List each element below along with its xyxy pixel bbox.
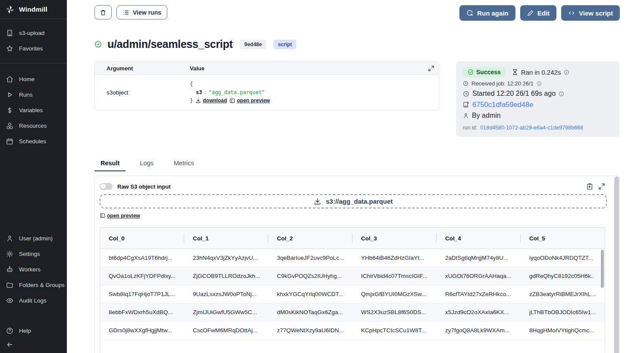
run-duration: Ran in 0.242s	[512, 69, 561, 76]
folder-icon	[6, 281, 13, 289]
sidebar-item-help[interactable]: Help	[0, 323, 67, 338]
view-script-button[interactable]: View script	[561, 5, 620, 21]
argument-column-header: Argument	[95, 65, 190, 72]
sidebar-item-runs[interactable]: Runs	[0, 87, 67, 102]
table-cell: Swb8Iq17FqHjoT7P1JL...	[100, 285, 184, 303]
column-header: Col_4	[437, 228, 521, 249]
argument-name: s3object	[95, 80, 190, 105]
hash-badge: 9ed48e	[240, 40, 266, 49]
sidebar-item-label: Favorites	[19, 45, 43, 52]
check-circle-icon	[468, 69, 474, 75]
info-icon[interactable]	[537, 81, 542, 86]
table-scrollbar[interactable]	[601, 250, 604, 288]
sidebar-item-label: Schedules	[19, 138, 46, 145]
table-cell: x5Jzd9cO2oXAxIa6KX...	[437, 303, 521, 321]
sidebar-item-s3-upload[interactable]: s3-upload	[0, 25, 67, 41]
arguments-table: Argument Value s3object { s3:"agg_data.p…	[94, 61, 439, 110]
column-header: Col_2	[268, 228, 352, 249]
sidebar-item-home[interactable]: Home	[0, 71, 67, 87]
open-preview-link[interactable]: open preview	[100, 213, 140, 219]
sidebar-item-audit-logs[interactable]: Audit Logs	[0, 293, 67, 308]
hourglass-icon	[512, 69, 518, 75]
clock-icon	[463, 91, 469, 97]
sidebar-item-label: s3-upload	[19, 30, 44, 36]
view-runs-button[interactable]: View runs	[116, 5, 167, 19]
edit-label: Edit	[537, 9, 550, 17]
download-icon	[195, 98, 201, 104]
tab-logs[interactable]: Logs	[134, 160, 159, 171]
s3-file-download-button[interactable]: s3://agg_data.parquet	[100, 194, 607, 208]
sidebar-item-label: Settings	[19, 251, 40, 257]
list-icon	[123, 9, 129, 16]
clock-icon	[463, 81, 468, 86]
tab-metrics[interactable]: Metrics	[168, 160, 200, 171]
table-row: GDrs0j8wXXgfHgjjMtw... CscOFwM6MRqDOttAj…	[100, 321, 605, 340]
received-job-text: Received job: 12:20 26/1	[471, 80, 534, 87]
table-cell: ZjGCOB9TLLROdzoJkh...	[184, 267, 268, 285]
building-icon	[6, 29, 13, 37]
copy-result-icon[interactable]	[586, 183, 593, 190]
sidebar-item-favorites[interactable]: Favorites	[0, 41, 67, 56]
status-badge: Success	[463, 67, 506, 77]
job-hash-link[interactable]: 6750c1dfa59ed48e	[472, 101, 533, 109]
edit-button[interactable]: Edit	[520, 5, 556, 21]
table-header-row: Col_0 Col_1 Col_2 Col_3 Col_4 Col_5	[100, 228, 605, 249]
result-panel-scrollbar[interactable]	[614, 176, 619, 353]
raw-s3-toggle-label: Raw S3 object input	[117, 183, 171, 190]
table-cell: zZB3eatyrRiBMEJrXIhL...	[521, 285, 605, 303]
table-cell: 9UazLsxzsJW0oPToNj...	[184, 285, 268, 303]
run-id-link[interactable]: 018d4580-1072-ab29-e6a4-c1de9798b668	[480, 125, 583, 131]
sidebar: Windmill s3-upload Favorites	[0, 0, 67, 353]
sidebar-item-label: Variables	[19, 107, 43, 113]
calendar-icon	[6, 138, 13, 145]
info-icon[interactable]	[559, 91, 564, 97]
sidebar-item-variables[interactable]: Variables	[0, 102, 67, 118]
user-icon	[463, 113, 469, 119]
table-cell: xUGOt76ORGrAAHaqa...	[437, 267, 521, 285]
home-icon	[6, 76, 13, 83]
column-header: Col_1	[184, 228, 268, 249]
sidebar-item-schedules[interactable]: Schedules	[0, 133, 67, 149]
brand[interactable]: Windmill	[0, 0, 67, 19]
argument-row: s3object { s3:"agg_data.parquet" } downl…	[95, 75, 439, 110]
sidebar-item-workers[interactable]: Workers	[0, 262, 67, 277]
table-cell: GDrs0j8wXXgfHgjjMtw...	[100, 321, 184, 339]
json-key: s3	[196, 89, 202, 95]
table-cell: iyqoODoNk4JRDQTZT...	[521, 249, 605, 267]
robot-icon	[6, 266, 13, 273]
run-again-label: Run again	[477, 9, 509, 17]
expand-result-icon[interactable]	[598, 183, 605, 190]
sidebar-item-user[interactable]: User (admin)	[0, 230, 67, 246]
download-link[interactable]: download	[195, 97, 227, 105]
table-cell: R6cfTAYtd27xZeRHkco...	[437, 285, 521, 303]
table-cell: YHb64iB46ZdHzGIaYt...	[352, 249, 437, 267]
expand-args-icon[interactable]	[423, 65, 439, 72]
collapse-sidebar-icon[interactable]	[6, 341, 13, 348]
brand-name: Windmill	[19, 6, 47, 13]
info-icon[interactable]	[564, 69, 569, 75]
table-row: Swb8Iq17FqHjoT7P1JL... 9UazLsxzsJW0oPToN…	[100, 285, 605, 303]
tab-result[interactable]: Result	[94, 160, 126, 171]
delete-button[interactable]	[94, 5, 112, 19]
s3-file-path: s3://agg_data.parquet	[326, 198, 393, 205]
table-cell: gdReQhyC8192c05H6k..	[521, 267, 605, 285]
table-cell: 23hN4qxV3jZkYyAzjvU...	[184, 249, 268, 267]
main-content: View runs Run again Edit	[67, 0, 644, 353]
table-cell: jLThBTbOBJODIc65Iw1...	[521, 303, 605, 321]
sidebar-item-resources[interactable]: Resources	[0, 118, 67, 133]
table-row: 8ebbFxWDxrh5uXdBQ... ZjmIJUiGwfU5GWw5C..…	[100, 303, 605, 321]
table-cell: dM0sKikNOTaqGx6Zga...	[268, 303, 352, 321]
trash-icon	[100, 9, 107, 16]
sidebar-item-settings[interactable]: Settings	[0, 246, 67, 262]
table-cell: KCpHpcTCIcSCu1W8T...	[352, 321, 437, 339]
open-preview-link[interactable]: open preview	[229, 97, 270, 105]
run-again-button[interactable]: Run again	[459, 5, 515, 21]
column-header: Col_5	[521, 228, 605, 249]
run-status-panel: Success Ran in 0.242s Re	[456, 61, 619, 137]
view-script-label: View script	[579, 9, 613, 17]
user-icon	[6, 235, 13, 242]
play-icon	[6, 91, 13, 98]
code-icon	[568, 9, 575, 16]
raw-s3-toggle[interactable]	[100, 183, 113, 190]
sidebar-item-folders-groups[interactable]: Folders & Groups	[0, 277, 67, 293]
